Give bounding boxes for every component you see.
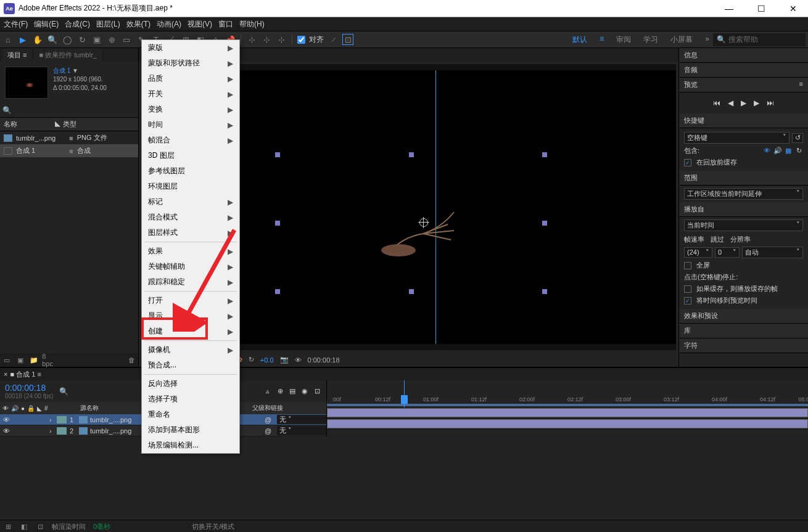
new-folder-icon[interactable]: 📁 <box>30 356 38 364</box>
orbit-tool-icon[interactable]: ◯ <box>62 34 73 45</box>
tl-footer-icon2[interactable]: ◧ <box>20 523 28 531</box>
current-time[interactable]: 0:00:00:18 <box>5 383 53 393</box>
panel-audio[interactable]: 音频 <box>679 63 808 78</box>
reset-shortcut-icon[interactable]: ↺ <box>792 133 803 143</box>
next-frame-icon[interactable]: ▶ <box>754 99 759 107</box>
menu-view[interactable]: 视图(V) <box>188 19 212 30</box>
exposure-value[interactable]: +0.0 <box>260 356 274 364</box>
context-menu-item[interactable]: 帧混合▶ <box>142 133 239 148</box>
panel-preview[interactable]: 预览≡ <box>679 78 808 92</box>
home-icon[interactable]: ⌂ <box>2 34 14 45</box>
hand-tool-icon[interactable]: ✋ <box>32 34 43 45</box>
layer-clip[interactable] <box>327 419 808 428</box>
context-menu-item[interactable]: 添加到基本图形 <box>142 422 239 438</box>
context-menu-item[interactable]: 混合模式▶ <box>142 210 239 225</box>
zoom-tool-icon[interactable]: 🔍 <box>47 34 58 45</box>
context-menu-item[interactable]: 跟踪和稳定▶ <box>142 274 239 290</box>
menu-help[interactable]: 帮助(H) <box>239 19 265 30</box>
context-menu-item[interactable]: 创建▶ <box>142 324 239 339</box>
res-dropdown[interactable]: 自动˅ <box>742 247 803 258</box>
tl-footer-icon1[interactable]: ⊞ <box>4 523 12 531</box>
timeline-search-icon[interactable]: 🔍 <box>59 387 68 396</box>
axis2-icon[interactable]: ⊹ <box>261 34 272 45</box>
workspace-more-icon[interactable]: » <box>705 35 709 45</box>
context-menu-item[interactable]: 关键帧辅助▶ <box>142 259 239 274</box>
panel-info[interactable]: 信息 <box>679 48 808 63</box>
playhead[interactable] <box>404 380 405 407</box>
context-menu-item[interactable]: 时间▶ <box>142 117 239 133</box>
menu-edit[interactable]: 编辑(E) <box>34 19 59 30</box>
rotate-tool-icon[interactable]: ↻ <box>76 34 88 45</box>
maximize-button[interactable]: ☐ <box>750 4 772 14</box>
panel-effects[interactable]: 效果和预设 <box>679 309 808 324</box>
timeline-ruler[interactable]: :00f 00:12f 01:00f 01:12f 02:00f 02:12f … <box>327 380 808 407</box>
tl-opt2-icon[interactable]: ⊕ <box>276 387 284 396</box>
project-item[interactable]: 合成 1 ■ 合成 <box>0 144 138 157</box>
selection-tool-icon[interactable]: ▶ <box>17 34 28 45</box>
context-menu-item[interactable]: 3D 图层 <box>142 148 239 163</box>
menu-layer[interactable]: 图层(L) <box>96 19 120 30</box>
timeline-tab[interactable]: ■ 合成 1 ≡ <box>10 370 41 379</box>
include-audio-icon[interactable]: 🔊 <box>773 147 782 155</box>
viewer-time[interactable]: 0:00:00:18 <box>308 356 340 364</box>
minimize-button[interactable]: — <box>718 4 740 14</box>
cache-checkbox[interactable] <box>684 159 691 166</box>
snap-opt1-icon[interactable]: ⟋ <box>328 34 339 45</box>
tab-effect-controls[interactable]: ■ 效果控件 tumblr_ <box>34 49 101 62</box>
axis-icon[interactable]: ⊹ <box>246 34 257 45</box>
context-menu-item[interactable]: 开关▶ <box>142 86 239 102</box>
project-search-icon[interactable]: 🔍 <box>2 106 12 115</box>
reset-exposure-icon[interactable]: ↻ <box>249 356 254 364</box>
interpret-footage-icon[interactable]: ▭ <box>2 356 11 364</box>
context-menu-item[interactable]: 标记▶ <box>142 194 239 210</box>
shortcut-dropdown[interactable]: 空格键˅ <box>684 132 789 144</box>
comp-name-link[interactable]: 合成 1 <box>53 67 70 74</box>
eye-col-icon[interactable]: 👁 <box>2 405 9 412</box>
range-dropdown[interactable]: 工作区域按当前时间延伸˅ <box>684 188 803 200</box>
context-menu-item[interactable]: 预合成... <box>142 358 239 373</box>
close-button[interactable]: ✕ <box>782 4 804 14</box>
menu-window[interactable]: 窗口 <box>218 19 233 30</box>
col-type[interactable]: ◣ 类型 <box>54 120 76 129</box>
axis3-icon[interactable]: ⊹ <box>276 34 287 45</box>
project-item[interactable]: tumblr_...png ■ PNG 文件 <box>0 131 138 144</box>
col-name[interactable]: 名称 <box>4 120 17 129</box>
context-menu-item[interactable]: 摄像机▶ <box>142 342 239 358</box>
panel-character[interactable]: 字符 <box>679 338 808 353</box>
snap-opt2-icon[interactable]: ⊡ <box>342 34 353 45</box>
tl-opt1-icon[interactable]: ▵ <box>263 387 272 396</box>
context-menu-item[interactable]: 变换▶ <box>142 102 239 117</box>
parent-col[interactable]: 父级和链接 <box>252 404 326 412</box>
label-col-icon[interactable]: ◣ <box>37 405 42 412</box>
menu-file[interactable]: 文件(F) <box>4 19 28 30</box>
panel-library[interactable]: 库 <box>679 324 808 338</box>
workspace-small[interactable]: 小屏幕 <box>670 35 693 45</box>
parent-dropdown[interactable]: 无 ˅ <box>277 415 326 424</box>
context-menu-item[interactable]: 场景编辑检测... <box>142 438 239 453</box>
context-menu-item[interactable]: 蒙版和形状路径▶ <box>142 55 239 71</box>
cache-play-checkbox[interactable] <box>684 285 691 293</box>
context-menu-item[interactable]: 选择子项 <box>142 391 239 407</box>
new-comp-icon[interactable]: ▣ <box>16 356 25 364</box>
context-menu-item[interactable]: 图层样式▶ <box>142 225 239 240</box>
snapshot-icon[interactable]: 📷 <box>280 356 289 364</box>
parent-dropdown[interactable]: 无 ˅ <box>277 426 326 435</box>
include-overlay-icon[interactable]: ▦ <box>784 147 793 155</box>
menu-effect[interactable]: 效果(T) <box>126 19 150 30</box>
context-menu-item[interactable]: 环境图层 <box>142 179 239 194</box>
help-search[interactable]: 🔍 搜索帮助 <box>713 33 806 46</box>
camera-tool-icon[interactable]: ▣ <box>91 34 102 45</box>
playfrom-dropdown[interactable]: 当前时间˅ <box>684 219 803 231</box>
bpc-toggle[interactable]: 8 bpc <box>43 356 52 364</box>
context-menu-item[interactable]: 效果▶ <box>142 243 239 259</box>
lock-col-icon[interactable]: 🔒 <box>27 405 35 412</box>
include-video-icon[interactable]: 👁 <box>763 146 772 155</box>
fullscreen-checkbox[interactable] <box>684 262 691 269</box>
audio-col-icon[interactable]: 🔊 <box>11 405 19 412</box>
workspace-learn[interactable]: 学习 <box>643 35 658 45</box>
tl-opt4-icon[interactable]: ◉ <box>300 387 309 396</box>
context-menu-item[interactable]: 重命名 <box>142 407 239 422</box>
move-time-checkbox[interactable] <box>684 297 691 305</box>
toggle-switches[interactable]: 切换开关/模式 <box>192 522 234 531</box>
menu-animation[interactable]: 动画(A) <box>157 19 181 30</box>
